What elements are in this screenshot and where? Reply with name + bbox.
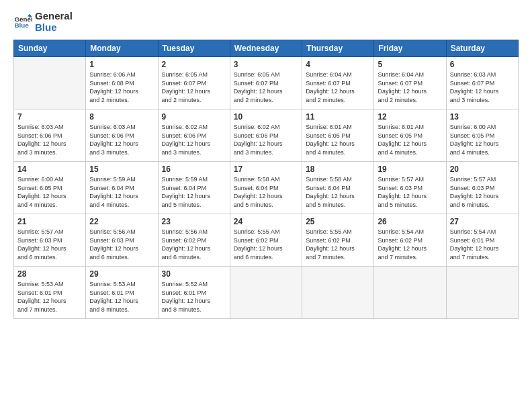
day-number: 15 [89, 165, 154, 174]
calendar-cell: 22Sunrise: 5:56 AMSunset: 6:03 PMDayligh… [86, 214, 158, 267]
calendar-cell: 28Sunrise: 5:53 AMSunset: 6:01 PMDayligh… [14, 267, 86, 319]
day-info: Sunrise: 5:57 AMSunset: 6:03 PMDaylight:… [450, 175, 515, 209]
day-number: 4 [306, 60, 370, 69]
day-number: 9 [162, 112, 226, 122]
calendar-cell: 30Sunrise: 5:52 AMSunset: 6:01 PMDayligh… [158, 267, 230, 319]
calendar-cell: 8Sunrise: 6:03 AMSunset: 6:06 PMDaylight… [86, 109, 158, 162]
day-info: Sunrise: 6:05 AMSunset: 6:07 PMDaylight:… [234, 71, 298, 104]
day-info: Sunrise: 6:02 AMSunset: 6:06 PMDaylight:… [234, 123, 298, 156]
logo: General Blue General Blue [13, 11, 73, 33]
day-info: Sunrise: 5:59 AMSunset: 6:04 PMDaylight:… [162, 175, 226, 209]
day-info: Sunrise: 5:53 AMSunset: 6:01 PMDaylight:… [17, 280, 82, 314]
day-info: Sunrise: 5:58 AMSunset: 6:04 PMDaylight:… [234, 175, 298, 209]
svg-text:Blue: Blue [14, 21, 29, 29]
day-info: Sunrise: 6:03 AMSunset: 6:06 PMDaylight:… [17, 123, 82, 156]
calendar-cell: 14Sunrise: 6:00 AMSunset: 6:05 PMDayligh… [14, 162, 86, 214]
calendar-cell: 5Sunrise: 6:04 AMSunset: 6:07 PMDaylight… [374, 57, 446, 109]
day-info: Sunrise: 6:03 AMSunset: 6:06 PMDaylight:… [89, 123, 154, 156]
day-number: 19 [378, 165, 442, 174]
day-info: Sunrise: 6:05 AMSunset: 6:07 PMDaylight:… [162, 71, 226, 104]
day-info: Sunrise: 5:52 AMSunset: 6:01 PMDaylight:… [162, 280, 226, 314]
calendar-cell [230, 267, 302, 319]
calendar-cell: 18Sunrise: 5:58 AMSunset: 6:04 PMDayligh… [302, 162, 374, 214]
day-info: Sunrise: 5:59 AMSunset: 6:04 PMDaylight:… [89, 175, 154, 209]
calendar-cell: 13Sunrise: 6:00 AMSunset: 6:05 PMDayligh… [446, 109, 518, 162]
calendar-cell: 16Sunrise: 5:59 AMSunset: 6:04 PMDayligh… [158, 162, 230, 214]
day-number: 16 [162, 165, 226, 174]
calendar-cell: 12Sunrise: 6:01 AMSunset: 6:05 PMDayligh… [374, 109, 446, 162]
calendar-week-row: 14Sunrise: 6:00 AMSunset: 6:05 PMDayligh… [14, 162, 519, 214]
day-info: Sunrise: 5:54 AMSunset: 6:02 PMDaylight:… [378, 228, 442, 261]
calendar-cell: 1Sunrise: 6:06 AMSunset: 6:08 PMDaylight… [86, 57, 158, 109]
day-number: 6 [450, 60, 515, 69]
weekday-header-friday: Friday [374, 40, 446, 57]
calendar-cell: 10Sunrise: 6:02 AMSunset: 6:06 PMDayligh… [230, 109, 302, 162]
calendar-cell: 29Sunrise: 5:53 AMSunset: 6:01 PMDayligh… [86, 267, 158, 319]
calendar-week-row: 21Sunrise: 5:57 AMSunset: 6:03 PMDayligh… [14, 214, 519, 267]
calendar-cell: 2Sunrise: 6:05 AMSunset: 6:07 PMDaylight… [158, 57, 230, 109]
day-number: 26 [378, 217, 442, 226]
day-number: 1 [89, 60, 154, 69]
calendar-week-row: 1Sunrise: 6:06 AMSunset: 6:08 PMDaylight… [14, 57, 519, 109]
day-number: 2 [162, 60, 226, 69]
calendar-cell: 26Sunrise: 5:54 AMSunset: 6:02 PMDayligh… [374, 214, 446, 267]
day-info: Sunrise: 5:53 AMSunset: 6:01 PMDaylight:… [89, 280, 154, 314]
calendar-cell: 19Sunrise: 5:57 AMSunset: 6:03 PMDayligh… [374, 162, 446, 214]
calendar-cell [446, 267, 518, 319]
calendar-cell: 15Sunrise: 5:59 AMSunset: 6:04 PMDayligh… [86, 162, 158, 214]
day-info: Sunrise: 5:57 AMSunset: 6:03 PMDaylight:… [378, 175, 442, 209]
day-number: 12 [378, 112, 442, 122]
calendar-cell [14, 57, 86, 109]
day-info: Sunrise: 5:56 AMSunset: 6:02 PMDaylight:… [162, 228, 226, 261]
day-number: 13 [450, 112, 515, 122]
weekday-header-wednesday: Wednesday [230, 40, 302, 57]
day-number: 17 [234, 165, 298, 174]
day-number: 23 [162, 217, 226, 226]
day-number: 30 [162, 269, 226, 279]
page: General Blue General Blue SundayMondayTu… [0, 0, 532, 411]
day-info: Sunrise: 5:55 AMSunset: 6:02 PMDaylight:… [234, 228, 298, 261]
calendar-cell: 6Sunrise: 6:03 AMSunset: 6:07 PMDaylight… [446, 57, 518, 109]
day-number: 14 [17, 165, 82, 174]
day-info: Sunrise: 5:56 AMSunset: 6:03 PMDaylight:… [89, 228, 154, 261]
weekday-header-sunday: Sunday [14, 40, 86, 57]
day-info: Sunrise: 6:04 AMSunset: 6:07 PMDaylight:… [306, 71, 370, 104]
day-number: 21 [17, 217, 82, 226]
day-number: 10 [234, 112, 298, 122]
logo-icon: General Blue [13, 13, 32, 32]
calendar-cell [302, 267, 374, 319]
day-number: 8 [89, 112, 154, 122]
calendar-cell: 25Sunrise: 5:55 AMSunset: 6:02 PMDayligh… [302, 214, 374, 267]
calendar-cell: 3Sunrise: 6:05 AMSunset: 6:07 PMDaylight… [230, 57, 302, 109]
day-info: Sunrise: 6:01 AMSunset: 6:05 PMDaylight:… [378, 123, 442, 156]
day-info: Sunrise: 6:04 AMSunset: 6:07 PMDaylight:… [378, 71, 442, 104]
day-info: Sunrise: 6:02 AMSunset: 6:06 PMDaylight:… [162, 123, 226, 156]
calendar-cell: 23Sunrise: 5:56 AMSunset: 6:02 PMDayligh… [158, 214, 230, 267]
calendar-cell: 11Sunrise: 6:01 AMSunset: 6:05 PMDayligh… [302, 109, 374, 162]
weekday-header-thursday: Thursday [302, 40, 374, 57]
weekday-header-tuesday: Tuesday [158, 40, 230, 57]
day-number: 24 [234, 217, 298, 226]
day-number: 20 [450, 165, 515, 174]
calendar-cell: 21Sunrise: 5:57 AMSunset: 6:03 PMDayligh… [14, 214, 86, 267]
day-info: Sunrise: 5:57 AMSunset: 6:03 PMDaylight:… [17, 228, 82, 261]
day-info: Sunrise: 6:06 AMSunset: 6:08 PMDaylight:… [89, 71, 154, 104]
calendar-cell: 17Sunrise: 5:58 AMSunset: 6:04 PMDayligh… [230, 162, 302, 214]
day-number: 7 [17, 112, 82, 122]
day-number: 5 [378, 60, 442, 69]
day-info: Sunrise: 6:01 AMSunset: 6:05 PMDaylight:… [306, 123, 370, 156]
day-number: 18 [306, 165, 370, 174]
weekday-header-saturday: Saturday [446, 40, 518, 57]
calendar-cell: 4Sunrise: 6:04 AMSunset: 6:07 PMDaylight… [302, 57, 374, 109]
calendar-cell: 24Sunrise: 5:55 AMSunset: 6:02 PMDayligh… [230, 214, 302, 267]
day-info: Sunrise: 5:55 AMSunset: 6:02 PMDaylight:… [306, 228, 370, 261]
day-info: Sunrise: 6:00 AMSunset: 6:05 PMDaylight:… [17, 175, 82, 209]
day-info: Sunrise: 5:54 AMSunset: 6:01 PMDaylight:… [450, 228, 515, 261]
calendar-cell: 27Sunrise: 5:54 AMSunset: 6:01 PMDayligh… [446, 214, 518, 267]
weekday-header-monday: Monday [86, 40, 158, 57]
day-number: 11 [306, 112, 370, 122]
calendar-cell: 7Sunrise: 6:03 AMSunset: 6:06 PMDaylight… [14, 109, 86, 162]
day-info: Sunrise: 5:58 AMSunset: 6:04 PMDaylight:… [306, 175, 370, 209]
calendar-cell [374, 267, 446, 319]
day-number: 25 [306, 217, 370, 226]
